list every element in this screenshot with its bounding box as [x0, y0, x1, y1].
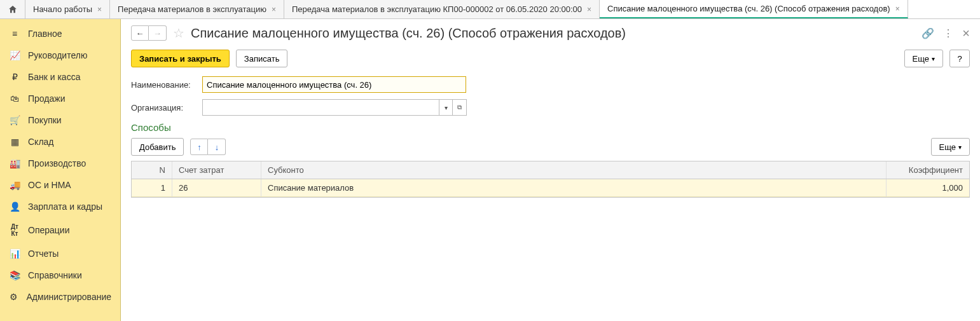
sidebar-item-label: Продажи [28, 93, 65, 104]
more-menu-icon[interactable]: ⋮ [943, 27, 953, 39]
dropdown-icon: ▾ [958, 144, 962, 151]
arrow-down-icon: ↓ [215, 142, 219, 152]
sidebar-item-admin[interactable]: ⚙ Администрирование [0, 286, 120, 308]
bars-icon: 📊 [9, 249, 20, 259]
sidebar-item-label: Администрирование [27, 292, 112, 302]
sidebar-item-label: Банк и касса [28, 72, 80, 82]
dtkt-icon: ДтКт [9, 223, 20, 237]
sidebar-item-hr[interactable]: 👤 Зарплата и кадры [0, 196, 120, 217]
chart-icon: 📈 [9, 50, 20, 60]
main-area: ← → ☆ Списание малоценного имущества (сч… [121, 19, 980, 321]
section-title: Способы [131, 122, 970, 133]
cell-coef: 1,000 [887, 179, 969, 196]
arrow-left-icon: ← [136, 29, 144, 38]
table-toolbar: Добавить ↑ ↓ Еще ▾ [131, 138, 970, 156]
org-combo: ▾ ⧉ [202, 99, 467, 116]
sidebar-item-production[interactable]: 🏭 Производство [0, 153, 120, 174]
arrow-up-icon: ↑ [197, 142, 202, 152]
move-buttons: ↑ ↓ [190, 139, 226, 155]
sidebar-item-label: Главное [28, 29, 62, 39]
home-button[interactable] [0, 0, 25, 18]
sidebar-item-label: Операции [28, 225, 70, 235]
book-icon: 📚 [9, 270, 20, 280]
sidebar-item-operations[interactable]: ДтКт Операции [0, 217, 120, 243]
home-icon [8, 4, 18, 15]
tab-transfer-doc[interactable]: Передача материалов в эксплуатацию КП00-… [284, 0, 600, 18]
form-row-org: Организация: ▾ ⧉ [131, 99, 970, 116]
tab-label: Списание малоценного имущества (сч. 26) … [607, 4, 890, 13]
org-open-button[interactable]: ⧉ [453, 99, 467, 116]
tab-bar: Начало работы × Передача материалов в эк… [0, 0, 980, 19]
sidebar-item-assets[interactable]: 🚚 ОС и НМА [0, 174, 120, 196]
move-up-button[interactable]: ↑ [190, 139, 208, 155]
tab-transfer-list[interactable]: Передача материалов в эксплуатацию × [110, 0, 284, 18]
save-close-button[interactable]: Записать и закрыть [131, 50, 230, 67]
title-right-tools: 🔗 ⋮ × [921, 26, 970, 41]
forward-button[interactable]: → [149, 25, 167, 41]
boxes-icon: ▦ [9, 137, 20, 147]
sidebar-item-sales[interactable]: 🛍 Продажи [0, 88, 120, 109]
sidebar: ≡ Главное 📈 Руководителю ₽ Банк и касса … [0, 19, 121, 321]
cell-n: 1 [132, 179, 172, 196]
favorite-star-icon[interactable]: ☆ [173, 25, 184, 41]
more-label: Еще [913, 54, 929, 64]
tab-label: Передача материалов в эксплуатацию [118, 4, 266, 14]
more-button[interactable]: Еще ▾ [904, 50, 943, 67]
tab-start[interactable]: Начало работы × [25, 0, 110, 18]
col-header-n[interactable]: N [132, 161, 172, 179]
link-icon[interactable]: 🔗 [921, 27, 934, 39]
factory-icon: 🏭 [9, 158, 20, 168]
cell-subconto: Списание материалов [261, 179, 887, 196]
more-label: Еще [939, 142, 956, 152]
sidebar-item-label: Отчеты [28, 249, 59, 259]
dropdown-icon: ▾ [445, 104, 448, 111]
table-row[interactable]: 1 26 Списание материалов 1,000 [132, 179, 969, 197]
menu-icon: ≡ [9, 29, 20, 39]
col-header-coef[interactable]: Коэффициент [887, 161, 969, 179]
person-icon: 👤 [9, 201, 20, 212]
cart-icon: 🛒 [9, 115, 20, 125]
org-input[interactable] [202, 99, 439, 116]
add-row-button[interactable]: Добавить [131, 138, 184, 156]
tab-label: Передача материалов в эксплуатацию КП00-… [292, 4, 582, 14]
nav-buttons: ← → [131, 25, 167, 41]
sidebar-item-purchases[interactable]: 🛒 Покупки [0, 109, 120, 131]
gear-icon: ⚙ [9, 292, 19, 302]
tab-writeoff-method[interactable]: Списание малоценного имущества (сч. 26) … [600, 0, 908, 18]
sidebar-item-label: ОС и НМА [28, 180, 71, 190]
methods-table: N Счет затрат Субконто Коэффициент 1 26 … [131, 161, 970, 198]
sidebar-item-bank[interactable]: ₽ Банк и касса [0, 66, 120, 88]
command-bar: Записать и закрыть Записать Еще ▾ ? [131, 50, 970, 67]
tab-close-icon[interactable]: × [587, 5, 591, 14]
col-header-subconto[interactable]: Субконто [261, 161, 887, 179]
bag-icon: 🛍 [9, 93, 20, 104]
sidebar-item-manager[interactable]: 📈 Руководителю [0, 44, 120, 66]
sidebar-item-label: Зарплата и кадры [28, 201, 102, 212]
save-button[interactable]: Записать [236, 50, 288, 67]
form-row-name: Наименование: [131, 76, 970, 93]
sidebar-item-label: Справочники [28, 270, 82, 280]
ruble-icon: ₽ [9, 72, 20, 82]
sidebar-item-warehouse[interactable]: ▦ Склад [0, 131, 120, 153]
table-more-button[interactable]: Еще ▾ [931, 138, 970, 156]
sidebar-item-catalogs[interactable]: 📚 Справочники [0, 264, 120, 286]
sidebar-item-label: Руководителю [28, 50, 87, 60]
sidebar-item-main[interactable]: ≡ Главное [0, 23, 120, 44]
truck-icon: 🚚 [9, 180, 20, 190]
move-down-button[interactable]: ↓ [208, 139, 226, 155]
col-header-account[interactable]: Счет затрат [172, 161, 261, 179]
tab-close-icon[interactable]: × [97, 5, 102, 14]
open-external-icon: ⧉ [457, 104, 462, 111]
name-label: Наименование: [131, 80, 197, 90]
name-input[interactable] [202, 76, 466, 93]
page-title: Списание малоценного имущества (сч. 26) … [191, 26, 915, 41]
tab-close-icon[interactable]: × [272, 5, 276, 14]
title-bar: ← → ☆ Списание малоценного имущества (сч… [131, 25, 970, 41]
close-form-icon[interactable]: × [962, 26, 970, 41]
dropdown-icon: ▾ [932, 55, 935, 62]
back-button[interactable]: ← [131, 25, 149, 41]
org-dropdown-button[interactable]: ▾ [439, 99, 453, 116]
help-button[interactable]: ? [949, 50, 970, 67]
sidebar-item-reports[interactable]: 📊 Отчеты [0, 243, 120, 264]
tab-close-icon[interactable]: × [895, 4, 900, 13]
